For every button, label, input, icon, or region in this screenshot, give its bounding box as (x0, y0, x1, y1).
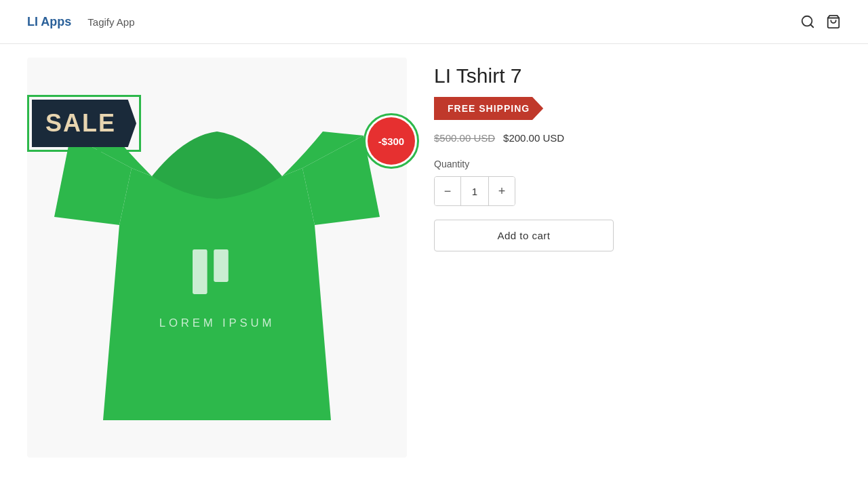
quantity-increase-button[interactable]: + (489, 177, 515, 205)
header-nav: LI Apps Tagify App (27, 15, 135, 29)
price-row: $500.00 USD $200.00 USD (434, 132, 841, 144)
product-details: LI Tshirt 7 FREE SHIPPING $500.00 USD $2… (434, 58, 841, 458)
product-title: LI Tshirt 7 (434, 64, 841, 87)
product-gallery: -$300 SALE (27, 58, 407, 458)
site-header: LI Apps Tagify App (0, 0, 868, 44)
product-image-container: SALE (27, 58, 407, 458)
svg-text:LOREM IPSUM: LOREM IPSUM (159, 317, 275, 329)
discount-label: -$300 (378, 136, 404, 147)
original-price: $500.00 USD (434, 132, 495, 144)
free-shipping-label: FREE SHIPPING (448, 103, 530, 114)
quantity-label: Quantity (434, 159, 841, 169)
sale-banner: SALE (32, 100, 136, 147)
sale-badge-overlay: SALE (27, 95, 141, 152)
svg-line-1 (810, 24, 813, 27)
add-to-cart-button[interactable]: Add to cart (434, 220, 614, 251)
logo-link[interactable]: LI Apps (27, 15, 71, 29)
sale-price: $200.00 USD (503, 132, 564, 144)
tagify-app-link[interactable]: Tagify App (87, 16, 134, 28)
quantity-controls: − 1 + (434, 176, 515, 206)
main-content: -$300 SALE (0, 44, 868, 471)
discount-circle: -$300 (368, 117, 415, 165)
cart-icon[interactable] (826, 14, 841, 29)
discount-circle-container: -$300 (363, 113, 419, 169)
svg-rect-4 (214, 249, 229, 282)
sale-label: SALE (45, 109, 116, 138)
header-actions (800, 14, 841, 29)
quantity-value: 1 (460, 177, 489, 205)
quantity-decrease-button[interactable]: − (435, 177, 460, 205)
search-icon[interactable] (800, 14, 815, 29)
svg-rect-3 (193, 249, 208, 294)
free-shipping-badge: FREE SHIPPING (434, 97, 543, 120)
